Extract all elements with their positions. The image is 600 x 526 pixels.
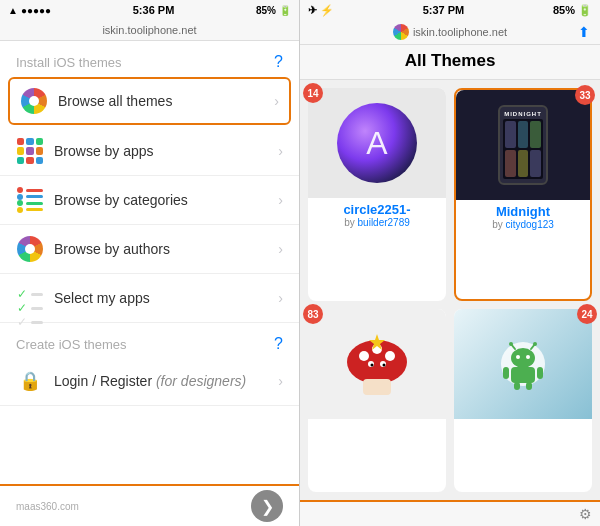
section2-header: Create iOS themes ? <box>0 323 299 357</box>
svg-point-13 <box>509 342 513 346</box>
left-url-bar: iskin.tooliphone.net <box>0 20 299 41</box>
right-url-text: iskin.tooliphone.net <box>413 26 507 38</box>
ad-text: maas360.com <box>16 501 79 512</box>
select-apps-label: Select my apps <box>54 290 278 306</box>
browse-cat-icon <box>17 187 43 213</box>
browse-all-label: Browse all themes <box>58 93 274 109</box>
browse-all-icon <box>21 88 47 114</box>
wifi-icon: ▲ <box>8 5 18 16</box>
lock-icon: 🔒 <box>19 370 41 392</box>
browse-all-chevron: › <box>274 93 279 109</box>
svg-point-17 <box>526 355 530 359</box>
iskin-logo-icon <box>393 24 409 40</box>
browse-authors-label: Browse by authors <box>54 241 278 257</box>
left-status-time: 5:36 PM <box>51 4 256 16</box>
svg-rect-18 <box>511 367 535 383</box>
right-header: All Themes <box>300 45 600 80</box>
svg-point-3 <box>385 351 395 361</box>
theme-img-circle2251 <box>308 88 446 198</box>
select-apps-item[interactable]: ✓ ✓ ✓ Select my apps › <box>0 274 299 323</box>
svg-point-1 <box>359 351 369 361</box>
theme-name-circle2251: circle2251- <box>314 202 440 217</box>
browse-authors-item[interactable]: Browse by authors › <box>0 225 299 274</box>
svg-rect-4 <box>363 379 391 395</box>
page-title: All Themes <box>405 51 496 71</box>
gear-icon[interactable]: ⚙ <box>579 506 592 522</box>
browse-apps-item[interactable]: Browse by apps › <box>0 127 299 176</box>
themes-grid: 14 circle2251- by builder2789 33 MIDNIGH… <box>300 80 600 500</box>
theme-author-circle2251: by builder2789 <box>314 217 440 228</box>
svg-rect-19 <box>503 367 509 379</box>
mushroom-svg <box>337 324 417 404</box>
section2-title: Create iOS themes <box>16 337 127 352</box>
signal-icon: ●●●●● <box>21 5 51 16</box>
theme-info-circle2251: circle2251- by builder2789 <box>308 198 446 234</box>
theme-img-midnight: MIDNIGHT <box>456 90 590 200</box>
browse-categories-label: Browse by categories <box>54 192 278 208</box>
right-url-bar: iskin.tooliphone.net ⬆ <box>300 20 600 45</box>
svg-point-15 <box>533 342 537 346</box>
svg-rect-21 <box>514 382 520 390</box>
badge-circle2251: 14 <box>303 83 323 103</box>
browse-cat-icon-wrap <box>16 186 44 214</box>
theme-info-mushroom <box>308 419 446 429</box>
share-icon[interactable]: ⬆ <box>578 24 590 40</box>
select-apps-chevron: › <box>278 290 283 306</box>
browse-apps-icon-wrap <box>16 137 44 165</box>
badge-midnight: 33 <box>575 85 595 105</box>
select-apps-icon-wrap: ✓ ✓ ✓ <box>16 284 44 312</box>
theme-info-midnight: Midnight by citydog123 <box>456 200 590 236</box>
browse-apps-icon <box>17 138 43 164</box>
select-apps-icon: ✓ ✓ ✓ <box>17 287 43 309</box>
browse-authors-chevron: › <box>278 241 283 257</box>
browse-categories-chevron: › <box>278 192 283 208</box>
login-label: Login / Register (for designers) <box>54 373 278 389</box>
login-chevron: › <box>278 373 283 389</box>
browse-authors-icon-wrap <box>16 235 44 263</box>
battery-icon-right: 🔋 <box>578 4 592 16</box>
section1-header: Install iOS themes ? <box>0 41 299 75</box>
left-status-icons: ▲ ●●●●● <box>8 5 51 16</box>
right-status-left: ✈ ⚡ <box>308 4 334 17</box>
svg-point-7 <box>371 364 374 367</box>
browse-authors-icon <box>17 236 43 262</box>
battery-pct-right: 85% <box>553 4 575 16</box>
airplane-icon: ✈ <box>308 4 317 16</box>
login-item[interactable]: 🔒 Login / Register (for designers) › <box>0 357 299 406</box>
theme-name-midnight: Midnight <box>462 204 584 219</box>
right-status-bar: ✈ ⚡ 5:37 PM 85% 🔋 <box>300 0 600 20</box>
theme-card-mushroom[interactable]: 83 <box>308 309 446 492</box>
right-status-right: 85% 🔋 <box>553 4 592 17</box>
badge-android: 24 <box>577 304 597 324</box>
left-status-bar: ▲ ●●●●● 5:36 PM 85% 🔋 <box>0 0 299 20</box>
badge-mushroom: 83 <box>303 304 323 324</box>
browse-categories-item[interactable]: Browse by categories › <box>0 176 299 225</box>
section2-help[interactable]: ? <box>274 335 283 353</box>
section1-title: Install iOS themes <box>16 55 122 70</box>
midnight-phone: MIDNIGHT <box>498 105 548 185</box>
svg-rect-20 <box>537 367 543 379</box>
left-status-right: 85% 🔋 <box>256 5 291 16</box>
theme-img-mushroom <box>308 309 446 419</box>
theme-author-midnight: by citydog123 <box>462 219 584 230</box>
circle-icon <box>337 103 417 183</box>
browse-all-icon-wrap <box>20 87 48 115</box>
lock-icon-wrap: 🔒 <box>16 367 44 395</box>
svg-point-11 <box>511 348 535 368</box>
next-button[interactable]: ❯ <box>251 490 283 522</box>
section1-help[interactable]: ? <box>274 53 283 71</box>
theme-card-circle2251[interactable]: 14 circle2251- by builder2789 <box>308 88 446 301</box>
theme-card-midnight[interactable]: 33 MIDNIGHT Midnight by citydog123 <box>454 88 592 301</box>
right-bottom-bar: ⚙ <box>300 500 600 526</box>
left-bottom-bar: maas360.com ❯ <box>0 484 299 526</box>
browse-apps-chevron: › <box>278 143 283 159</box>
browse-apps-label: Browse by apps <box>54 143 278 159</box>
theme-info-android <box>454 419 592 429</box>
theme-card-android[interactable]: 24 <box>454 309 592 492</box>
browse-all-item[interactable]: Browse all themes › <box>8 77 291 125</box>
right-panel: ✈ ⚡ 5:37 PM 85% 🔋 iskin.tooliphone.net ⬆… <box>300 0 600 526</box>
battery-pct-left: 85% <box>256 5 276 16</box>
svg-point-16 <box>516 355 520 359</box>
android-svg <box>493 334 553 394</box>
bluetooth-icon: ⚡ <box>320 4 334 16</box>
